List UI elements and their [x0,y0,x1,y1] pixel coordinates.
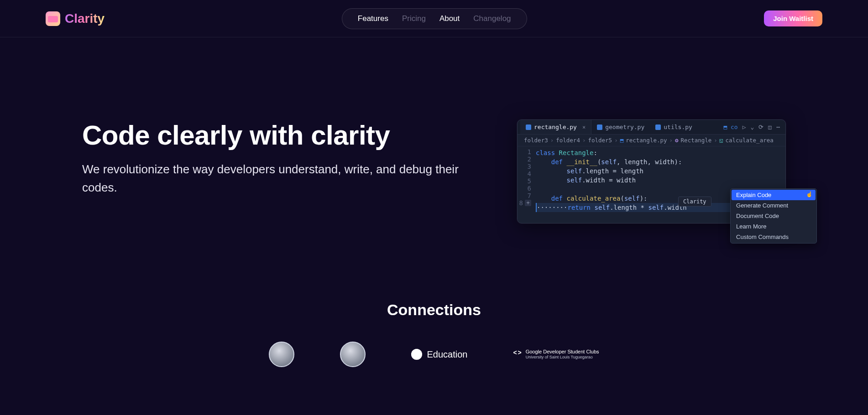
chevron-down-icon[interactable]: ⌄ [751,124,754,130]
nav-features[interactable]: Features [358,14,388,23]
brand-block[interactable]: Clarity [46,11,105,26]
ctx-item-explain[interactable]: Explain Code ☝ [732,190,816,200]
editor-action-co[interactable]: ⬒ co [723,124,737,130]
site-header: Clarity Features Pricing About Changelog… [0,0,868,37]
gdsc-title: Google Developer Student Clubs [526,349,599,354]
hero-copy: Code clearly with clarity We revolutioni… [82,119,476,197]
ctx-item-generate[interactable]: Generate Comment [732,200,816,211]
hero-section: Code clearly with clarity We revolutioni… [0,37,868,223]
connections-section: Connections Education < > Google Develop… [0,301,868,394]
main-nav: Features Pricing About Changelog [342,8,527,29]
gdsc-sub: University of Saint Louis Tuguegarao [526,355,599,360]
refresh-icon[interactable]: ⟳ [758,124,763,130]
breadcrumb-func: calculate_area [725,137,773,144]
run-icon[interactable]: ▷ [743,124,746,130]
cursor-pointer-icon: ☝ [806,191,813,197]
context-menu: Explain Code ☝ Generate Comment Document… [730,188,817,244]
code-editor-preview: rectangle.py × geometry.py utils.py ⬒ co… [517,119,786,223]
close-icon[interactable]: × [582,124,586,130]
hover-tooltip: Clarity [678,197,711,207]
tab-label: utils.py [664,124,692,130]
github-edu-label: Education [427,349,467,360]
breadcrumb-class: Rectangle [681,137,712,144]
hero-subtitle: We revolutionize the way developers unde… [82,160,476,197]
python-file-icon [526,124,531,130]
breadcrumb-seg: folder4 [556,137,580,144]
join-waitlist-button[interactable]: Join Waitlist [764,10,822,26]
brand-wordmark: Clarity [65,11,105,26]
ctx-item-custom[interactable]: Custom Commands [732,232,816,242]
partner-github-education: Education [411,349,467,360]
editor-breadcrumb[interactable]: folder3› folder4› folder5› ⬒ rectangle.p… [518,135,785,146]
breadcrumb-seg: folder5 [588,137,612,144]
ctx-item-document[interactable]: Document Code [732,211,816,221]
class-icon: ⚙ [675,137,679,144]
nav-about[interactable]: About [439,14,460,23]
partner-badge-2 [340,342,366,367]
more-icon[interactable]: ⋯ [776,124,780,130]
github-icon [411,349,422,360]
editor-tab[interactable]: rectangle.py × [520,120,591,134]
ctx-item-learn[interactable]: Learn More [732,221,816,232]
brand-logo-icon [46,11,60,26]
line-gutter: 1 2 3 4 5 6 7 8 + [518,146,536,223]
tab-label: rectangle.py [534,124,577,130]
breadcrumb-seg: folder3 [524,137,548,144]
python-file-icon [597,124,602,130]
nav-pricing[interactable]: Pricing [402,14,426,23]
nav-changelog[interactable]: Changelog [473,14,511,23]
python-file-icon [655,124,661,130]
tab-label: geometry.py [605,124,644,130]
breadcrumb-file: rectangle.py [626,137,667,144]
split-editor-icon[interactable]: ◫ [768,124,772,130]
partner-gdsc: < > Google Developer Student Clubs Unive… [513,349,599,360]
partner-logos: Education < > Google Developer Student C… [0,342,868,367]
add-line-icon[interactable]: + [525,200,531,206]
connections-heading: Connections [0,301,868,319]
editor-toolbar: ⬒ co ▷ ⌄ ⟳ ◫ ⋯ [723,124,783,130]
python-file-icon: ⬒ [620,137,624,144]
method-icon: ◱ [720,137,723,144]
editor-tab[interactable]: utils.py [650,120,698,134]
hero-title: Code clearly with clarity [82,119,476,151]
editor-tab[interactable]: geometry.py [591,120,650,134]
gdsc-brackets-icon: < > [513,349,521,357]
editor-tabs: rectangle.py × geometry.py utils.py ⬒ co… [518,120,785,135]
partner-badge-1 [269,342,294,367]
